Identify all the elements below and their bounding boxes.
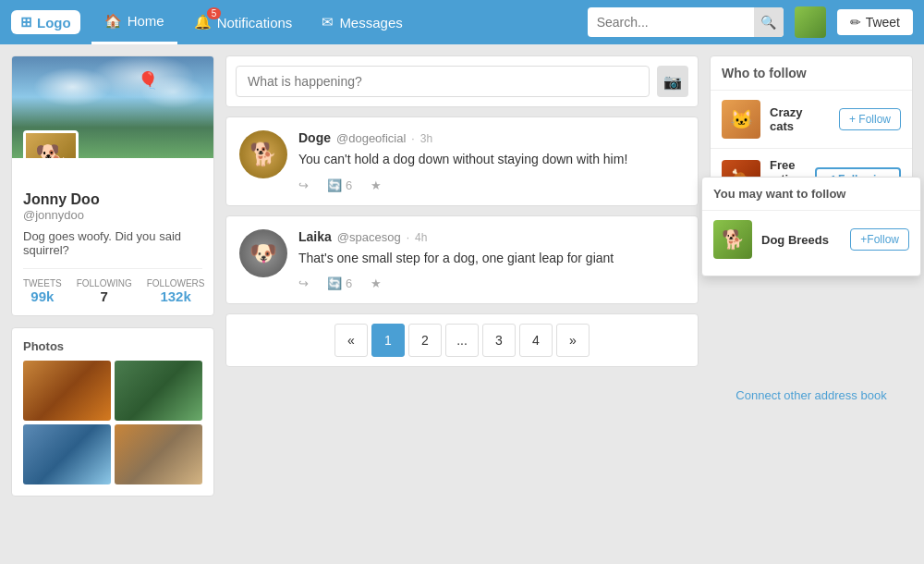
compose-box: 📷 — [225, 55, 699, 107]
profile-card: 🎈 🐕 Jonny Doo @jonnydoo Dog goes woofy. … — [11, 55, 214, 316]
photos-card: Photos — [11, 327, 214, 497]
nav-messages[interactable]: ✉ Messages — [309, 0, 415, 44]
profile-avatar: 🐕 — [23, 130, 79, 158]
favorite-action[interactable]: ★ — [371, 178, 382, 192]
stat-tweets: TWEETS 99k — [23, 278, 62, 304]
tweet-time: · — [411, 132, 414, 145]
avatar-dog-image: 🐕 — [26, 133, 76, 158]
tweet-content: Laika @spacesog · 4h That's one small st… — [298, 229, 685, 291]
tweet-actions: ↪ 🔄 6 ★ — [298, 178, 685, 192]
tweet-card: 🐕 Doge @dogeoficial · 3h You can't hold … — [225, 116, 699, 206]
follow-name-breeds: Dog Breeds — [761, 233, 841, 247]
tweet-time: · — [407, 231, 409, 244]
favorite-action[interactable]: ★ — [371, 276, 382, 290]
logo-icon: ⊞ — [20, 14, 32, 31]
reply-action[interactable]: ↪ — [298, 178, 309, 192]
tweet-header: Doge @dogeoficial · 3h — [298, 130, 685, 145]
search-input[interactable] — [588, 15, 754, 30]
follow-name-cats: Crazy cats — [770, 105, 830, 133]
profile-info: Jonny Doo @jonnydoo Dog goes woofy. Did … — [12, 158, 213, 315]
compose-input[interactable] — [236, 66, 650, 97]
retweet-action[interactable]: 🔄 6 — [327, 276, 352, 290]
tweet-handle: @spacesog — [337, 230, 401, 244]
page-4[interactable]: 4 — [519, 324, 553, 357]
retweet-action[interactable]: 🔄 6 — [327, 178, 352, 192]
page-prev[interactable]: « — [334, 324, 368, 357]
photo-item[interactable] — [115, 424, 202, 484]
messages-icon: ✉ — [322, 14, 334, 31]
pencil-icon: ✏ — [850, 15, 861, 30]
right-panel: Who to follow 🐱 Crazy cats + Follow 🍖 Fr… — [710, 55, 913, 497]
profile-banner: 🎈 🐕 — [12, 56, 213, 158]
logo[interactable]: ⊞ Logo — [11, 10, 80, 34]
page-2[interactable]: 2 — [408, 324, 442, 357]
home-icon: 🏠 — [104, 13, 122, 30]
search-bar: 🔍 — [588, 7, 784, 37]
photo-item[interactable] — [23, 424, 111, 484]
tweet-content: Doge @dogeoficial · 3h You can't hold a … — [298, 130, 685, 192]
photos-grid — [23, 361, 202, 484]
photo-item[interactable] — [115, 361, 202, 421]
tweet-text: That's one small step for a dog, one gia… — [298, 250, 685, 268]
profile-bio: Dog goes woofy. Did you said squirrel? — [23, 229, 202, 257]
photos-title: Photos — [23, 339, 202, 353]
tweet-header: Laika @spacesog · 4h — [298, 229, 685, 244]
profile-handle: @jonnydoo — [23, 208, 202, 222]
follow-avatar-cats: 🐱 — [722, 100, 760, 139]
dropdown-item-breeds: 🐕 Dog Breeds +Follow — [702, 211, 920, 268]
notifications-badge: 5 — [207, 7, 222, 19]
avatar[interactable] — [795, 6, 826, 38]
stat-following: FOLLOWING 7 — [77, 278, 132, 304]
profile-name: Jonny Doo — [23, 191, 202, 208]
connect-link[interactable]: Connect other address book — [710, 377, 913, 413]
follow-button-cats[interactable]: + Follow — [839, 108, 901, 130]
follow-item-cats: 🐱 Crazy cats + Follow — [711, 91, 912, 149]
dropdown-popup: You may want to follow 🐕 Dog Breeds +Fol… — [701, 177, 921, 276]
tweet-avatar-doge: 🐕 — [239, 130, 287, 178]
follow-info-cats: Crazy cats — [770, 105, 830, 133]
reply-action[interactable]: ↪ — [298, 276, 309, 290]
photo-item[interactable] — [23, 361, 111, 421]
nav-home[interactable]: 🏠 Home — [91, 0, 177, 44]
stat-followers: FOLLOWERS 132k — [147, 278, 205, 304]
page-3[interactable]: 3 — [482, 324, 516, 357]
page-1[interactable]: 1 — [371, 324, 405, 357]
tweet-handle: @dogeoficial — [336, 131, 406, 145]
search-button[interactable]: 🔍 — [754, 7, 784, 37]
tweet-avatar-laika: 🐶 — [239, 229, 287, 277]
middle-panel: 📷 🐕 Doge @dogeoficial · 3h You can't hol… — [225, 55, 699, 497]
dropdown-header: You may want to follow — [702, 178, 920, 211]
navbar: ⊞ Logo 🏠 Home 🔔 5 Notifications ✉ Messag… — [0, 0, 924, 44]
tweet-name: Doge — [298, 130, 331, 145]
nav-notifications[interactable]: 🔔 5 Notifications — [181, 0, 306, 44]
page-next[interactable]: » — [556, 324, 590, 357]
tweet-actions: ↪ 🔄 6 ★ — [298, 276, 685, 290]
wtf-header: Who to follow — [711, 56, 912, 91]
follow-avatar-breeds: 🐕 — [713, 220, 752, 259]
tweet-card: 🐶 Laika @spacesog · 4h That's one small … — [225, 215, 699, 305]
logo-text: Logo — [37, 15, 71, 31]
left-panel: 🎈 🐕 Jonny Doo @jonnydoo Dog goes woofy. … — [11, 55, 214, 497]
page-ellipsis: ... — [445, 324, 479, 357]
tweet-time: 3h — [420, 132, 432, 145]
avatar-image — [795, 6, 826, 38]
tweet-button[interactable]: ✏ Tweet — [837, 9, 913, 35]
tweet-name: Laika — [298, 229, 332, 244]
tweet-time: 4h — [415, 231, 427, 244]
who-to-follow: Who to follow 🐱 Crazy cats + Follow 🍖 Fr… — [710, 55, 913, 211]
banner-balloon: 🎈 — [138, 70, 158, 91]
profile-stats: TWEETS 99k FOLLOWING 7 FOLLOWERS 132k — [23, 268, 202, 304]
pagination: « 1 2 ... 3 4 » — [225, 313, 699, 367]
main-content: 🎈 🐕 Jonny Doo @jonnydoo Dog goes woofy. … — [0, 44, 924, 508]
camera-button[interactable]: 📷 — [657, 66, 688, 97]
follow-button-breeds[interactable]: +Follow — [850, 228, 909, 251]
tweet-text: You can't hold a dog down without stayin… — [298, 151, 685, 169]
follow-info-breeds: Dog Breeds — [761, 233, 841, 247]
